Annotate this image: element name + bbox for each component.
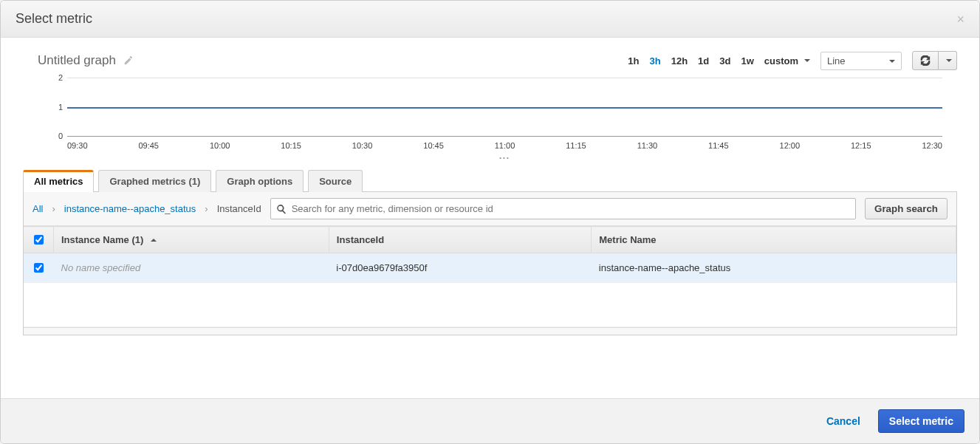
range-1d[interactable]: 1d: [698, 55, 709, 66]
chevron-down-icon: [886, 55, 895, 66]
instance-name-value: No name specified: [61, 262, 141, 273]
tab-graph-options[interactable]: Graph options: [216, 170, 304, 192]
cell-instance-name: No name specified: [54, 253, 329, 283]
metrics-search-input[interactable]: [270, 198, 856, 219]
range-3h[interactable]: 3h: [650, 55, 661, 66]
graph-toolbar: Untitled graph 1h 3h 12h 1d 3d 1w custom…: [23, 51, 957, 70]
chevron-right-icon: ›: [52, 203, 55, 214]
xtick: 11:30: [637, 141, 658, 150]
breadcrumb-dimension: InstanceId: [217, 203, 261, 214]
col-instance-name-count: (1): [131, 234, 143, 245]
xtick: 11:45: [708, 141, 729, 150]
resize-grabber-icon[interactable]: •••: [67, 154, 942, 161]
tab-strip: All metrics Graphed metrics (1) Graph op…: [23, 169, 957, 192]
gridline: [67, 78, 942, 78]
range-12h[interactable]: 12h: [671, 55, 688, 66]
xtick: 10:45: [423, 141, 444, 150]
search-icon: [276, 204, 287, 214]
ytick-2: 2: [52, 73, 63, 82]
row-checkbox[interactable]: [34, 263, 44, 273]
graph-search-button[interactable]: Graph search: [865, 198, 948, 219]
row-check-cell: [24, 253, 54, 283]
xtick: 09:30: [67, 141, 88, 150]
range-3d[interactable]: 3d: [719, 55, 730, 66]
xtick: 12:30: [922, 141, 942, 150]
metrics-panel: All › instance-name--apache_status › Ins…: [23, 192, 957, 335]
table-fill-row: [24, 283, 956, 327]
cancel-button[interactable]: Cancel: [822, 414, 865, 428]
close-icon[interactable]: ×: [956, 13, 964, 26]
metrics-table: Instance Name (1) InstanceId Metric Name: [24, 226, 956, 327]
col-instance-name-label: Instance Name: [61, 234, 129, 245]
graph-title-wrap: Untitled graph: [23, 53, 134, 68]
chart-type-label: Line: [827, 55, 846, 66]
select-all-header: [24, 227, 54, 253]
xtick: 12:00: [780, 141, 801, 150]
xtick: 11:15: [566, 141, 586, 150]
breadcrumb-all[interactable]: All: [32, 203, 43, 214]
cell-metric-name: instance-name--apache_status: [592, 253, 956, 283]
tab-graphed-metrics[interactable]: Graphed metrics (1): [98, 170, 211, 192]
sort-asc-icon: [146, 234, 157, 245]
table-row[interactable]: No name specified i-07d0ea9679fa3950f in…: [24, 253, 956, 283]
tab-source[interactable]: Source: [308, 170, 363, 192]
select-all-checkbox[interactable]: [34, 235, 44, 245]
metrics-search-wrap: [270, 198, 856, 219]
x-axis-ticks: 09:30 09:45 10:00 10:15 10:30 10:45 11:0…: [67, 137, 942, 150]
pencil-icon[interactable]: [123, 55, 134, 66]
ytick-0: 0: [52, 132, 63, 140]
xtick: 10:15: [281, 141, 301, 150]
series-line: [67, 107, 942, 109]
table-header-row: Instance Name (1) InstanceId Metric Name: [24, 227, 956, 253]
refresh-icon: [920, 55, 931, 66]
ytick-1: 1: [52, 103, 63, 112]
col-instance-id[interactable]: InstanceId: [329, 227, 591, 253]
xtick: 11:00: [495, 141, 515, 150]
metrics-panel-footer: [24, 327, 956, 335]
xtick: 10:00: [210, 141, 230, 150]
modal-body: Untitled graph 1h 3h 12h 1d 3d 1w custom…: [1, 38, 979, 398]
chart-type-dropdown[interactable]: Line: [820, 52, 902, 70]
modal-footer: Cancel Select metric: [1, 398, 979, 443]
graph-title[interactable]: Untitled graph: [38, 53, 116, 68]
select-metric-button[interactable]: Select metric: [878, 409, 964, 433]
chevron-right-icon: ›: [205, 203, 208, 214]
modal-header: Select metric ×: [1, 1, 979, 38]
chart-area: 2 1 0 09:30 09:45 10:00 10:15 10:30 10:4…: [23, 78, 957, 166]
xtick: 10:30: [352, 141, 373, 150]
tab-all-metrics[interactable]: All metrics: [23, 170, 94, 192]
range-custom-dropdown[interactable]: custom: [764, 55, 810, 66]
refresh-dropdown[interactable]: [939, 51, 957, 70]
xtick: 09:45: [138, 141, 159, 150]
metrics-toolbar: All › instance-name--apache_status › Ins…: [24, 192, 956, 226]
chart-plot[interactable]: 2 1 0: [67, 78, 942, 137]
modal-title: Select metric: [16, 11, 92, 27]
refresh-button-group: [912, 51, 957, 70]
refresh-button[interactable]: [912, 51, 939, 70]
breadcrumb-namespace[interactable]: instance-name--apache_status: [64, 203, 196, 214]
range-controls: 1h 3h 12h 1d 3d 1w custom Line: [628, 51, 957, 70]
range-1h[interactable]: 1h: [628, 55, 639, 66]
range-1w[interactable]: 1w: [741, 55, 753, 66]
cell-instance-id: i-07d0ea9679fa3950f: [329, 253, 591, 283]
col-metric-name[interactable]: Metric Name: [592, 227, 956, 253]
select-metric-modal: Select metric × Untitled graph 1h 3h 12h…: [0, 0, 980, 444]
col-instance-name[interactable]: Instance Name (1): [54, 227, 329, 253]
xtick: 12:15: [851, 141, 871, 150]
